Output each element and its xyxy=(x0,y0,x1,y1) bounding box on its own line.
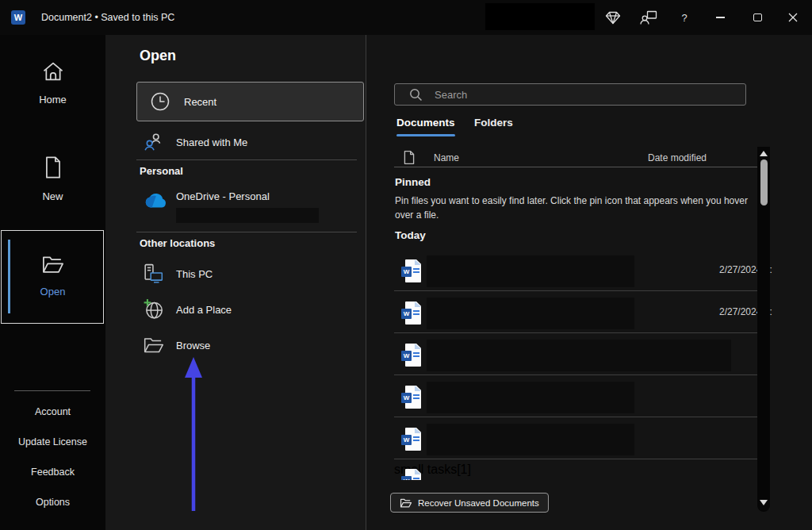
sidebar-divider xyxy=(14,390,90,391)
page-title: Open xyxy=(140,48,176,64)
open-folder-icon xyxy=(400,497,412,509)
browse-folder-icon xyxy=(143,336,165,355)
redacted-file-name xyxy=(427,340,731,371)
word-file-icon: W xyxy=(401,428,423,452)
document-column-icon xyxy=(403,150,416,168)
people-icon xyxy=(144,132,164,152)
word-file-icon: W xyxy=(401,259,423,284)
word-file-icon: W xyxy=(401,469,423,480)
word-file-icon: W xyxy=(401,386,423,410)
sidebar-item-new[interactable]: New xyxy=(0,156,105,202)
backstage-sidebar: Home New Open Account Update License Fee… xyxy=(0,35,105,530)
nav-item-label: Shared with Me xyxy=(176,136,247,148)
sidebar-item-home[interactable]: Home xyxy=(0,60,105,106)
maximize-icon xyxy=(753,13,762,21)
minimize-icon xyxy=(716,17,725,18)
sidebar-item-label: Home xyxy=(0,94,105,106)
redacted-file-name xyxy=(427,382,634,413)
sidebar-item-account[interactable]: Account xyxy=(0,406,105,417)
nav-item-label: Add a Place xyxy=(176,304,232,316)
divider xyxy=(394,167,757,167)
annotation-arrow xyxy=(178,355,210,514)
section-header-other-locations: Other locations xyxy=(140,237,215,249)
nav-item-label: This PC xyxy=(176,268,213,280)
globe-plus-icon xyxy=(144,298,164,321)
search-input[interactable] xyxy=(435,89,745,101)
scrollbar[interactable] xyxy=(757,147,770,512)
word-app-icon: W xyxy=(11,10,25,25)
home-icon xyxy=(41,60,65,83)
nav-item-browse[interactable]: Browse xyxy=(136,328,364,363)
new-document-icon xyxy=(43,156,63,179)
section-header-today: Today xyxy=(395,229,426,241)
divider xyxy=(394,459,757,459)
file-name: small tasks[1] xyxy=(394,463,757,477)
redacted-file-name xyxy=(427,255,634,287)
nav-item-label: Recent xyxy=(184,96,216,108)
nav-item-this-pc[interactable]: This PC xyxy=(136,256,364,291)
search-box[interactable] xyxy=(394,83,746,106)
divider xyxy=(394,290,757,291)
sidebar-item-feedback[interactable]: Feedback xyxy=(0,467,105,478)
file-row-clipped[interactable]: W small tasks[1] xyxy=(394,463,757,480)
nav-item-add-a-place[interactable]: Add a Place xyxy=(136,292,364,327)
file-list-panel: Documents Folders Name Date modified Pin… xyxy=(366,35,812,530)
divider xyxy=(136,159,357,160)
onedrive-cloud-icon xyxy=(141,192,167,209)
redacted-account-name xyxy=(485,3,595,30)
document-title: Document2 • Saved to this PC xyxy=(41,0,174,35)
divider xyxy=(394,332,757,333)
scrollbar-down-arrow-icon[interactable] xyxy=(760,500,768,505)
open-locations-panel: Open Recent Shared with Me Personal xyxy=(105,35,366,530)
pinned-description: Pin files you want to easily find later.… xyxy=(395,194,761,222)
recover-button-label: Recover Unsaved Documents xyxy=(418,498,539,508)
search-icon xyxy=(409,88,423,102)
section-header-personal: Personal xyxy=(140,165,183,177)
minimize-button[interactable] xyxy=(708,6,732,29)
redacted-file-name xyxy=(427,298,634,329)
sidebar-item-options[interactable]: Options xyxy=(0,497,105,508)
nav-item-label: Browse xyxy=(176,340,210,351)
nav-item-label: OneDrive - Personal xyxy=(176,190,270,202)
open-folder-icon xyxy=(41,254,65,275)
divider xyxy=(394,417,757,417)
clock-icon xyxy=(150,91,170,112)
person-screen-icon[interactable] xyxy=(637,6,661,29)
nav-item-shared-with-me[interactable]: Shared with Me xyxy=(136,125,364,159)
sidebar-item-update-license[interactable]: Update License xyxy=(0,436,105,447)
tab-documents[interactable]: Documents xyxy=(396,117,455,129)
titlebar: W Document2 • Saved to this PC ? xyxy=(0,0,812,35)
nav-item-recent[interactable]: Recent xyxy=(136,82,364,121)
redacted-file-name xyxy=(427,424,634,455)
computer-icon xyxy=(144,263,164,284)
scrollbar-up-arrow-icon[interactable] xyxy=(760,151,768,156)
file-row[interactable]: W 2/27/2024 4: xyxy=(394,252,757,290)
column-header-date-modified[interactable]: Date modified xyxy=(648,152,707,163)
file-row[interactable]: W xyxy=(394,421,757,459)
sidebar-item-label: Open xyxy=(0,286,105,298)
divider xyxy=(136,232,357,232)
file-row[interactable]: W xyxy=(394,336,757,374)
word-backstage-window: W Document2 • Saved to this PC ? xyxy=(0,0,812,530)
section-header-pinned: Pinned xyxy=(395,176,431,188)
sidebar-item-open[interactable]: Open xyxy=(0,254,105,298)
sidebar-item-label: New xyxy=(0,190,105,202)
file-row[interactable]: W 2/27/2024 4: xyxy=(394,294,757,332)
premium-diamond-icon[interactable] xyxy=(601,6,625,29)
recover-unsaved-documents-button[interactable]: Recover Unsaved Documents xyxy=(390,493,549,513)
divider xyxy=(394,374,757,375)
word-file-icon: W xyxy=(401,344,423,368)
close-button[interactable] xyxy=(781,6,805,29)
file-row[interactable]: W xyxy=(394,378,757,417)
help-button[interactable]: ? xyxy=(672,6,696,29)
column-header-name[interactable]: Name xyxy=(434,152,459,163)
active-tab-underline xyxy=(396,134,455,136)
maximize-button[interactable] xyxy=(745,6,769,29)
redacted-onedrive-email xyxy=(176,208,319,223)
tab-folders[interactable]: Folders xyxy=(474,117,513,129)
scrollbar-thumb[interactable] xyxy=(760,159,768,205)
word-file-icon: W xyxy=(401,301,423,326)
close-icon xyxy=(788,13,798,22)
